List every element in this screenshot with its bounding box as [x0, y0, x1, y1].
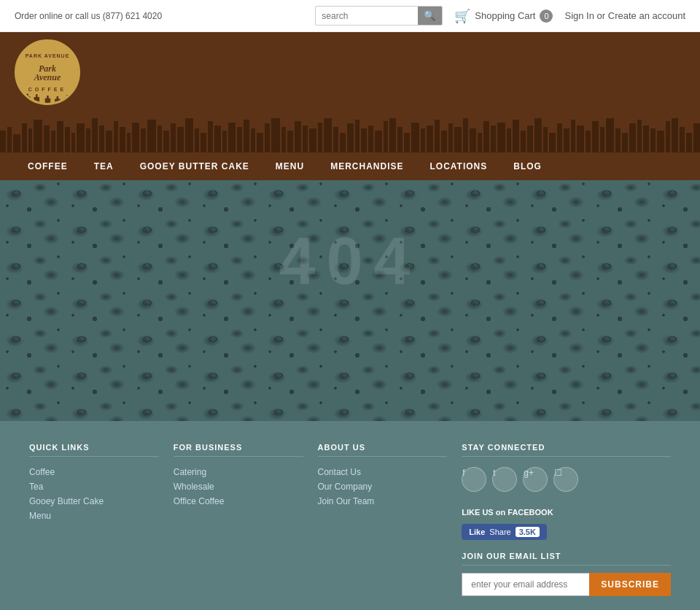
link-catering[interactable]: Catering [174, 467, 303, 477]
svg-rect-94 [650, 128, 656, 152]
svg-rect-49 [324, 118, 332, 152]
svg-rect-98 [680, 127, 685, 152]
nav-coffee[interactable]: COFFEE [15, 152, 81, 180]
facebook-button[interactable]: f [462, 467, 486, 492]
link-office-coffee[interactable]: Office Coffee [174, 496, 303, 506]
svg-rect-76 [521, 131, 526, 152]
svg-rect-85 [586, 131, 591, 152]
email-section: JOIN OUR EMAIL LIST SUBSCRIBE [462, 552, 671, 596]
link-menu[interactable]: Menu [29, 511, 159, 521]
svg-rect-59 [397, 127, 402, 152]
like-us-label: LIKE US [462, 508, 493, 517]
link-contact-us[interactable]: Contact Us [318, 467, 448, 477]
svg-rect-46 [303, 126, 308, 152]
stay-connected-title: STAY CONNECTED [462, 443, 671, 457]
footer-for-business: FOR BUSINESS Catering Wholesale Office C… [174, 443, 303, 596]
svg-rect-95 [657, 131, 664, 152]
svg-rect-82 [564, 128, 569, 152]
search-box[interactable]: 🔍 [315, 6, 443, 26]
facebook-label: FACEBOOK [508, 508, 553, 517]
svg-rect-41 [265, 123, 270, 152]
svg-rect-65 [441, 131, 447, 152]
signin-link[interactable]: Sign In [564, 10, 594, 21]
svg-rect-60 [404, 133, 410, 152]
svg-rect-25 [147, 120, 156, 152]
instagram-button[interactable]: ☐ [553, 467, 578, 492]
svg-rect-78 [534, 118, 542, 152]
svg-rect-47 [309, 128, 316, 152]
link-tea[interactable]: Tea [29, 482, 159, 492]
cart-count: 0 [540, 9, 553, 23]
phone-text: Order online or call us (877) 621 4020 [15, 11, 162, 21]
svg-rect-18 [99, 126, 104, 152]
svg-rect-72 [491, 126, 496, 152]
nav-locations[interactable]: LOCATIONS [416, 152, 500, 180]
fb-like-box[interactable]: Like Share 3.5K [462, 524, 547, 540]
svg-rect-66 [448, 123, 453, 152]
nav-tea[interactable]: TEA [81, 152, 127, 180]
link-gooey-butter-cake[interactable]: Gooey Butter Cake [29, 496, 159, 506]
svg-rect-35 [222, 131, 227, 152]
svg-rect-11 [51, 131, 55, 152]
svg-rect-77 [527, 126, 533, 152]
svg-rect-100 [693, 123, 700, 152]
googleplus-button[interactable]: g+ [523, 467, 548, 492]
email-input[interactable] [462, 573, 589, 596]
svg-rect-83 [571, 120, 575, 152]
svg-rect-73 [497, 123, 505, 152]
svg-rect-81 [557, 123, 562, 152]
svg-rect-56 [375, 131, 382, 152]
svg-rect-55 [368, 126, 373, 152]
share-label: Share [489, 528, 510, 536]
cart-area[interactable]: 🛒 Shopping Cart 0 [454, 8, 553, 24]
footer: QUICK LINKS Coffee Tea Gooey Butter Cake… [0, 421, 700, 610]
svg-rect-58 [389, 118, 396, 152]
nav-menu[interactable]: MENU [262, 152, 317, 180]
logo[interactable]: Park Avenue Park Avenue COFFEE [15, 39, 80, 105]
link-join-team[interactable]: Join Our Team [318, 496, 448, 506]
svg-rect-80 [549, 133, 556, 152]
link-wholesale[interactable]: Wholesale [174, 482, 303, 492]
nav-blog[interactable]: BLOG [500, 152, 555, 180]
svg-text:Avenue: Avenue [34, 72, 61, 82]
cart-label: Shopping Cart [475, 10, 535, 21]
svg-rect-10 [44, 126, 50, 152]
cityscape-banner [0, 112, 700, 152]
header: Park Avenue Park Avenue COFFEE [0, 32, 700, 112]
svg-rect-23 [132, 123, 139, 152]
svg-rect-44 [287, 131, 293, 152]
link-coffee[interactable]: Coffee [29, 467, 159, 477]
svg-rect-32 [201, 133, 206, 152]
svg-rect-28 [171, 123, 176, 152]
svg-rect-54 [361, 128, 367, 152]
svg-rect-53 [355, 120, 359, 152]
link-our-company[interactable]: Our Company [318, 482, 448, 492]
svg-rect-88 [606, 118, 614, 152]
svg-rect-38 [244, 120, 249, 152]
svg-rect-79 [543, 127, 548, 152]
top-bar-right: 🔍 🛒 Shopping Cart 0 Sign In or Create an… [315, 6, 685, 26]
nav-merchandise[interactable]: MERCHANDISE [317, 152, 416, 180]
like-label: Like [469, 528, 485, 536]
svg-rect-40 [257, 133, 263, 152]
search-button[interactable]: 🔍 [418, 7, 442, 25]
svg-rect-20 [114, 121, 118, 152]
svg-rect-29 [177, 127, 184, 152]
svg-rect-27 [163, 131, 169, 152]
svg-rect-99 [686, 133, 692, 152]
svg-rect-68 [463, 118, 468, 152]
svg-rect-31 [195, 128, 199, 152]
nav-gooey-butter-cake[interactable]: GOOEY BUTTER CAKE [127, 152, 262, 180]
svg-rect-45 [295, 121, 301, 152]
svg-rect-21 [120, 127, 125, 152]
twitter-button[interactable]: t [492, 467, 517, 492]
svg-rect-43 [281, 127, 286, 152]
svg-rect-71 [483, 121, 489, 152]
footer-stay-connected: STAY CONNECTED f t g+ ☐ LIKE US on FACEB… [462, 443, 671, 596]
logo-area[interactable]: Park Avenue Park Avenue COFFEE [15, 39, 80, 105]
search-input[interactable] [316, 8, 418, 24]
svg-rect-15 [77, 123, 85, 152]
on-label: on [496, 508, 508, 517]
create-account-link[interactable]: Create an account [608, 10, 685, 21]
subscribe-button[interactable]: SUBSCRIBE [589, 573, 671, 596]
